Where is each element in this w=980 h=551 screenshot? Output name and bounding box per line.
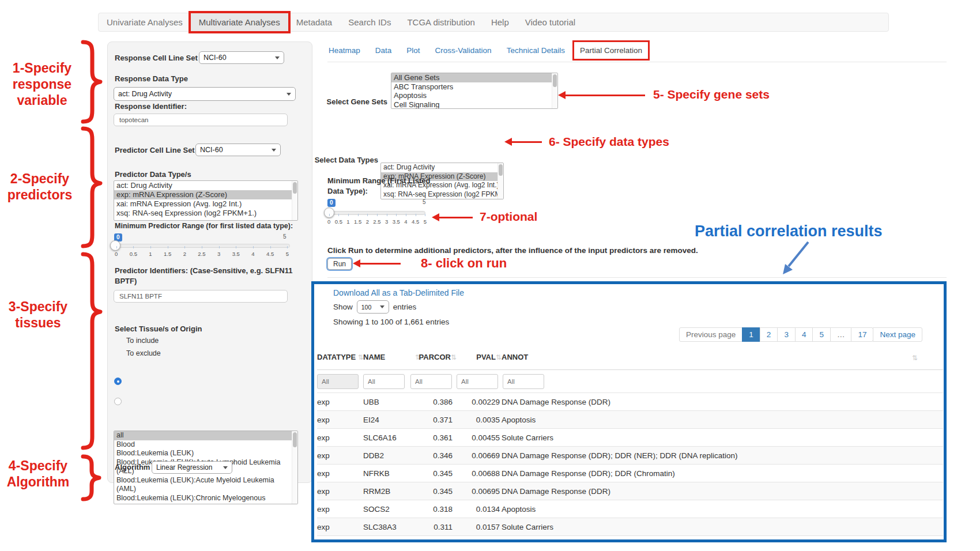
cell-parcor: 0.345 [404, 482, 453, 500]
tissue-include-radio[interactable] [114, 378, 122, 385]
filter-name-input[interactable] [363, 374, 405, 389]
table-row[interactable]: exp SOCS2 0.318 0.0134 Apoptosis [317, 500, 943, 518]
listbox-option[interactable]: Apoptosis [391, 91, 557, 100]
tab[interactable]: Heatmap [329, 46, 360, 55]
column-header-parcor[interactable]: PARCOR⇅ [404, 353, 457, 361]
slider-value-badge: 0 [327, 199, 336, 207]
listbox-option[interactable]: Blood:Leukemia (LEUK) [114, 449, 297, 458]
listbox-option[interactable]: Cell Signaling [391, 100, 557, 110]
column-label: PVAL [476, 353, 496, 361]
table-row[interactable]: exp SLC38A3 0.311 0.0157 Solute Carriers [317, 518, 943, 535]
cell-annot: DNA Damage Response (DDR) [502, 393, 610, 411]
pagination: Previous page 12345…17 Next page [679, 327, 922, 342]
listbox-option[interactable]: all [114, 431, 297, 440]
previous-page-button[interactable]: Previous page [679, 327, 742, 342]
table-row[interactable]: exp UBB 0.386 0.00229 DNA Damage Respons… [317, 393, 943, 410]
cell-datatype: exp [317, 465, 330, 482]
listbox-option[interactable]: xai: mRNA Expression (Avg. log2 Int.) [114, 199, 297, 209]
slider-ticks: 00.511.522.533.544.55 [327, 218, 427, 225]
cell-pval: 0.0157 [455, 518, 500, 536]
tab[interactable]: Technical Details [507, 46, 565, 55]
scrollbar[interactable] [292, 181, 297, 220]
scrollbar[interactable] [552, 73, 557, 108]
cell-name: SOCS2 [363, 500, 390, 518]
tick-label: 4.5 [266, 251, 274, 257]
filter-annot-input[interactable] [503, 374, 544, 389]
min-range-label-line2: Data Type): [327, 187, 368, 195]
content-divider [327, 277, 947, 278]
annotation-step1: 1-Specifyresponsevariable [5, 60, 80, 108]
predictor-cell-line-set-select[interactable]: NCI-60 [195, 144, 281, 156]
tab[interactable]: Plot [406, 46, 420, 55]
response-identifier-input[interactable] [114, 114, 288, 126]
table-row[interactable]: exp DDB2 0.346 0.00669 DNA Damage Respon… [317, 446, 943, 464]
column-header-annot[interactable]: ANNOT [502, 353, 528, 361]
chevron-down-icon [223, 466, 228, 469]
nav-item[interactable]: Metadata [288, 13, 341, 31]
tick-label: 2.5 [198, 251, 205, 257]
download-all-link[interactable]: Download All as a Tab-Delimited File [333, 288, 464, 297]
page-button[interactable]: 2 [760, 327, 778, 342]
chevron-down-icon [380, 305, 385, 308]
page-length-select[interactable]: 100 [357, 300, 389, 314]
table-row[interactable]: exp EI24 0.371 0.0035 Apoptosis [317, 410, 943, 428]
filter-parcor-input[interactable] [410, 374, 452, 389]
nav-item[interactable]: Search IDs [340, 13, 399, 31]
response-cell-line-set-select[interactable]: NCI-60 [199, 51, 284, 64]
sort-icon[interactable]: ⇅ [496, 353, 502, 361]
tab[interactable]: Data [375, 46, 392, 55]
arrow-step5 [566, 95, 645, 96]
cell-pval: 0.00669 [455, 447, 500, 465]
column-header-pval[interactable]: PVAL⇅ [455, 353, 502, 361]
listbox-option[interactable]: ABC Transporters [391, 82, 557, 92]
listbox-option[interactable]: exp: mRNA Expression (Z-Score) [114, 190, 297, 199]
column-header-datatype[interactable]: DATATYPE ⇅ [317, 353, 364, 361]
nav-item[interactable]: Multivariate Analyses [191, 13, 288, 31]
tab[interactable]: Cross-Validation [435, 46, 492, 55]
next-page-button[interactable]: Next page [873, 327, 922, 342]
sort-icon[interactable]: ⇅ [912, 354, 918, 362]
listbox-option[interactable]: Blood:Leukemia (LEUK):Acute Myeloid Leuk… [114, 476, 297, 494]
page-button[interactable]: … [830, 327, 852, 342]
show-entries-control: Show 100 entries [333, 300, 416, 314]
nav-item[interactable]: Video tutorial [517, 13, 583, 31]
response-data-type-select[interactable]: act: Drug Activity [114, 87, 296, 101]
table-row[interactable]: exp NFRKB 0.345 0.00688 DNA Damage Respo… [317, 464, 943, 482]
response-data-type-label: Response Data Type [115, 74, 188, 83]
nav-item[interactable]: Help [483, 13, 517, 31]
predictor-identifiers-input[interactable] [114, 290, 288, 303]
nav-item[interactable]: Univariate Analyses [99, 13, 191, 31]
annotation-step8: 8- click on run [421, 256, 507, 271]
table-row[interactable]: exp RRM2B 0.345 0.00695 DNA Damage Respo… [317, 482, 943, 500]
listbox-option[interactable]: Blood [114, 440, 297, 450]
scrollbar[interactable] [497, 163, 503, 199]
page-button[interactable]: 17 [851, 327, 873, 342]
listbox-option[interactable]: xsq: RNA-seq Expression (log2 FPKM+1.) [381, 190, 503, 199]
scrollbar[interactable] [292, 431, 297, 504]
red-brace-3 [78, 251, 104, 451]
page-button[interactable]: 5 [812, 327, 831, 342]
table-row[interactable]: exp SLC6A16 0.361 0.00455 Solute Carrier… [317, 428, 943, 446]
filter-datatype-input[interactable] [317, 374, 359, 389]
tissue-origin-label: Select Tissue/s of Origin [115, 324, 202, 333]
show-label: Show [333, 303, 353, 311]
tick-label: 3 [217, 251, 220, 257]
tissue-exclude-radio[interactable] [114, 398, 122, 405]
tab[interactable]: Partial Correlation [574, 42, 648, 59]
listbox-option[interactable]: xsq: RNA-seq Expression (log2 FPKM+1.) [114, 209, 297, 218]
listbox-option[interactable]: Blood:Leukemia (LEUK):Chronic Myelogenou… [114, 494, 297, 505]
annotation-line: Algorithm [1, 474, 75, 490]
listbox-option[interactable]: act: Drug Activity [381, 163, 503, 172]
page-button[interactable]: 4 [795, 327, 813, 342]
algorithm-select[interactable]: Linear Regression [152, 461, 232, 474]
filter-pval-input[interactable] [457, 374, 498, 389]
run-button[interactable]: Run [327, 258, 352, 270]
listbox-option[interactable]: All Gene Sets [391, 73, 557, 82]
page-button[interactable]: 3 [777, 327, 796, 342]
listbox-option[interactable]: act: Drug Activity [114, 181, 297, 190]
slider-handle[interactable] [110, 240, 120, 251]
cell-annot: DNA Damage Response (DDR) [502, 482, 610, 500]
page-button[interactable]: 1 [742, 327, 760, 342]
nav-item[interactable]: TCGA distribution [399, 13, 483, 31]
slider-handle[interactable] [324, 207, 334, 218]
